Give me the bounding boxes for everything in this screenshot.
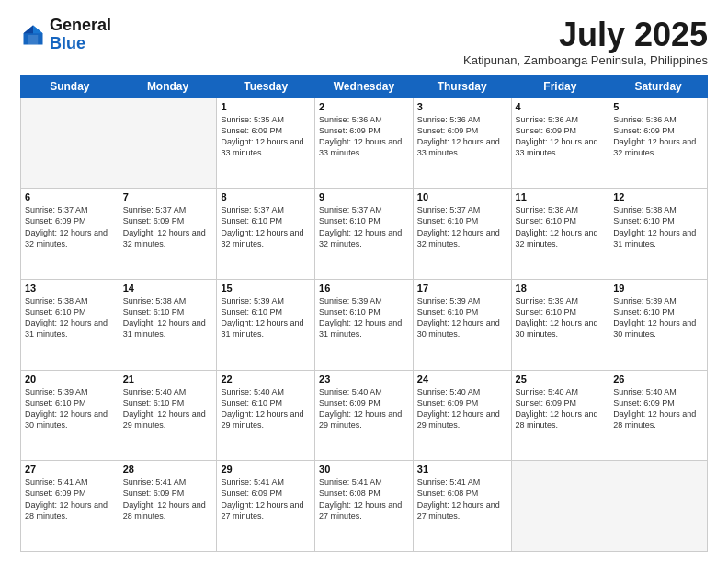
calendar-cell: 17Sunrise: 5:39 AM Sunset: 6:10 PM Dayli… <box>413 279 511 370</box>
day-number: 30 <box>319 464 409 475</box>
day-info: Sunrise: 5:40 AM Sunset: 6:09 PM Dayligh… <box>516 386 606 431</box>
day-info: Sunrise: 5:38 AM Sunset: 6:10 PM Dayligh… <box>25 295 115 340</box>
day-info: Sunrise: 5:35 AM Sunset: 6:09 PM Dayligh… <box>221 114 311 159</box>
day-number: 20 <box>25 373 115 385</box>
day-info: Sunrise: 5:40 AM Sunset: 6:09 PM Dayligh… <box>319 386 409 431</box>
page: General Blue July 2025 Katipunan, Zamboa… <box>0 0 728 563</box>
day-number: 22 <box>221 373 311 385</box>
day-number: 23 <box>319 373 409 385</box>
calendar-cell: 11Sunrise: 5:38 AM Sunset: 6:10 PM Dayli… <box>511 189 609 280</box>
calendar-cell: 6Sunrise: 5:37 AM Sunset: 6:09 PM Daylig… <box>21 189 119 280</box>
calendar-cell: 19Sunrise: 5:39 AM Sunset: 6:10 PM Dayli… <box>609 279 708 370</box>
day-number: 11 <box>516 191 606 202</box>
day-number: 26 <box>613 373 703 385</box>
day-info: Sunrise: 5:39 AM Sunset: 6:10 PM Dayligh… <box>516 295 606 340</box>
calendar-cell: 18Sunrise: 5:39 AM Sunset: 6:10 PM Dayli… <box>511 279 609 370</box>
header-monday: Monday <box>119 75 217 98</box>
calendar-cell <box>21 98 119 189</box>
day-number: 27 <box>25 464 115 475</box>
day-number: 7 <box>123 191 213 202</box>
day-info: Sunrise: 5:39 AM Sunset: 6:10 PM Dayligh… <box>221 295 311 340</box>
day-info: Sunrise: 5:38 AM Sunset: 6:10 PM Dayligh… <box>123 295 213 340</box>
day-number: 21 <box>123 373 213 385</box>
day-number: 14 <box>123 282 213 293</box>
day-number: 2 <box>319 101 409 112</box>
calendar-cell: 9Sunrise: 5:37 AM Sunset: 6:10 PM Daylig… <box>315 189 414 280</box>
calendar-cell: 14Sunrise: 5:38 AM Sunset: 6:10 PM Dayli… <box>119 279 217 370</box>
day-number: 16 <box>319 282 409 293</box>
logo-blue: Blue <box>50 34 85 52</box>
calendar-cell: 23Sunrise: 5:40 AM Sunset: 6:09 PM Dayli… <box>315 370 414 461</box>
day-info: Sunrise: 5:41 AM Sunset: 6:08 PM Dayligh… <box>417 477 507 522</box>
calendar-cell: 3Sunrise: 5:36 AM Sunset: 6:09 PM Daylig… <box>413 98 511 189</box>
header-friday: Friday <box>511 75 609 98</box>
calendar-cell: 20Sunrise: 5:39 AM Sunset: 6:10 PM Dayli… <box>21 370 119 461</box>
calendar-cell: 5Sunrise: 5:36 AM Sunset: 6:09 PM Daylig… <box>609 98 708 189</box>
day-info: Sunrise: 5:36 AM Sunset: 6:09 PM Dayligh… <box>516 114 606 159</box>
calendar-week-4: 20Sunrise: 5:39 AM Sunset: 6:10 PM Dayli… <box>21 370 708 461</box>
logo-icon <box>20 22 46 48</box>
day-info: Sunrise: 5:36 AM Sunset: 6:09 PM Dayligh… <box>417 114 507 159</box>
calendar-cell: 30Sunrise: 5:41 AM Sunset: 6:08 PM Dayli… <box>315 461 414 552</box>
calendar-cell: 1Sunrise: 5:35 AM Sunset: 6:09 PM Daylig… <box>217 98 315 189</box>
header-saturday: Saturday <box>609 75 708 98</box>
calendar-cell: 12Sunrise: 5:38 AM Sunset: 6:10 PM Dayli… <box>609 189 708 280</box>
day-info: Sunrise: 5:37 AM Sunset: 6:10 PM Dayligh… <box>319 204 409 249</box>
calendar-week-3: 13Sunrise: 5:38 AM Sunset: 6:10 PM Dayli… <box>21 279 708 370</box>
day-number: 1 <box>221 101 311 112</box>
calendar-cell: 8Sunrise: 5:37 AM Sunset: 6:10 PM Daylig… <box>217 189 315 280</box>
day-number: 9 <box>319 191 409 202</box>
calendar-cell: 7Sunrise: 5:37 AM Sunset: 6:09 PM Daylig… <box>119 189 217 280</box>
day-number: 13 <box>25 282 115 293</box>
logo-general: General <box>50 16 111 34</box>
header-wednesday: Wednesday <box>315 75 414 98</box>
svg-marker-2 <box>24 25 34 33</box>
day-info: Sunrise: 5:37 AM Sunset: 6:10 PM Dayligh… <box>221 204 311 249</box>
calendar-cell <box>511 461 609 552</box>
day-info: Sunrise: 5:40 AM Sunset: 6:10 PM Dayligh… <box>221 386 311 431</box>
calendar-cell: 25Sunrise: 5:40 AM Sunset: 6:09 PM Dayli… <box>511 370 609 461</box>
day-number: 28 <box>123 464 213 475</box>
day-number: 19 <box>613 282 703 293</box>
title-block: July 2025 Katipunan, Zamboanga Peninsula… <box>463 17 708 67</box>
day-info: Sunrise: 5:39 AM Sunset: 6:10 PM Dayligh… <box>417 295 507 340</box>
day-number: 29 <box>221 464 311 475</box>
day-info: Sunrise: 5:36 AM Sunset: 6:09 PM Dayligh… <box>319 114 409 159</box>
day-info: Sunrise: 5:36 AM Sunset: 6:09 PM Dayligh… <box>613 114 703 159</box>
day-info: Sunrise: 5:40 AM Sunset: 6:09 PM Dayligh… <box>613 386 703 431</box>
calendar-cell: 24Sunrise: 5:40 AM Sunset: 6:09 PM Dayli… <box>413 370 511 461</box>
day-number: 6 <box>25 191 115 202</box>
day-number: 12 <box>613 191 703 202</box>
svg-marker-1 <box>33 25 43 33</box>
day-number: 31 <box>417 464 507 475</box>
calendar-cell: 27Sunrise: 5:41 AM Sunset: 6:09 PM Dayli… <box>21 461 119 552</box>
day-info: Sunrise: 5:40 AM Sunset: 6:10 PM Dayligh… <box>123 386 213 431</box>
day-number: 3 <box>417 101 507 112</box>
day-info: Sunrise: 5:37 AM Sunset: 6:09 PM Dayligh… <box>25 204 115 249</box>
calendar-cell: 2Sunrise: 5:36 AM Sunset: 6:09 PM Daylig… <box>315 98 414 189</box>
calendar-cell: 26Sunrise: 5:40 AM Sunset: 6:09 PM Dayli… <box>609 370 708 461</box>
day-number: 18 <box>516 282 606 293</box>
header-sunday: Sunday <box>21 75 119 98</box>
header: General Blue July 2025 Katipunan, Zamboa… <box>20 17 708 67</box>
calendar-cell: 22Sunrise: 5:40 AM Sunset: 6:10 PM Dayli… <box>217 370 315 461</box>
calendar-cell: 13Sunrise: 5:38 AM Sunset: 6:10 PM Dayli… <box>21 279 119 370</box>
calendar-cell: 29Sunrise: 5:41 AM Sunset: 6:09 PM Dayli… <box>217 461 315 552</box>
calendar-cell: 28Sunrise: 5:41 AM Sunset: 6:09 PM Dayli… <box>119 461 217 552</box>
header-thursday: Thursday <box>413 75 511 98</box>
day-info: Sunrise: 5:41 AM Sunset: 6:08 PM Dayligh… <box>319 477 409 522</box>
calendar-week-2: 6Sunrise: 5:37 AM Sunset: 6:09 PM Daylig… <box>21 189 708 280</box>
day-number: 15 <box>221 282 311 293</box>
day-info: Sunrise: 5:39 AM Sunset: 6:10 PM Dayligh… <box>613 295 703 340</box>
month-title: July 2025 <box>463 17 708 53</box>
day-info: Sunrise: 5:39 AM Sunset: 6:10 PM Dayligh… <box>319 295 409 340</box>
calendar-week-1: 1Sunrise: 5:35 AM Sunset: 6:09 PM Daylig… <box>21 98 708 189</box>
day-info: Sunrise: 5:38 AM Sunset: 6:10 PM Dayligh… <box>613 204 703 249</box>
day-info: Sunrise: 5:40 AM Sunset: 6:09 PM Dayligh… <box>417 386 507 431</box>
calendar-cell: 4Sunrise: 5:36 AM Sunset: 6:09 PM Daylig… <box>511 98 609 189</box>
calendar-cell <box>609 461 708 552</box>
logo-text: General Blue <box>50 17 111 53</box>
day-number: 10 <box>417 191 507 202</box>
day-info: Sunrise: 5:37 AM Sunset: 6:09 PM Dayligh… <box>123 204 213 249</box>
weekday-header-row: Sunday Monday Tuesday Wednesday Thursday… <box>21 75 708 98</box>
